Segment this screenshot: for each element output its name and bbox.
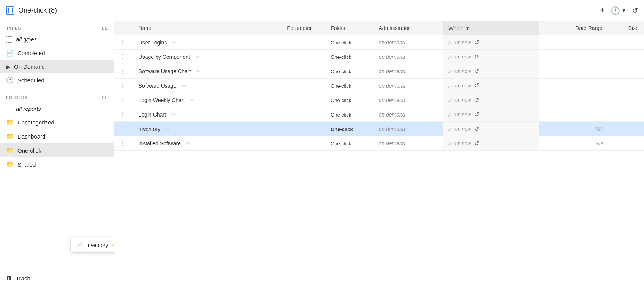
inventory-tooltip: 📄 Inventory ⚠	[70, 238, 114, 253]
run-now-button[interactable]: ▷ run now	[448, 83, 471, 88]
col-when-header[interactable]: When ▼	[443, 21, 539, 35]
edit-icon[interactable]: ✏	[186, 140, 191, 146]
drag-handle-cell[interactable]: ⋮	[114, 93, 133, 107]
drag-handle-icon[interactable]: ⋮	[119, 111, 125, 118]
when-cell: ▷ run now ↺	[443, 79, 539, 93]
sidebar-spacer	[0, 172, 114, 271]
administrator-cell: on demand	[373, 93, 443, 107]
parameter-cell	[282, 64, 325, 79]
refresh-row-icon[interactable]: ↺	[474, 82, 479, 89]
col-size-header[interactable]: Size	[609, 21, 644, 35]
edit-icon[interactable]: ✏	[195, 54, 200, 60]
run-now-label: run now	[453, 112, 471, 117]
refresh-button[interactable]: ↺	[632, 6, 638, 15]
sidebar-item-on-demand[interactable]: ▶ On Demand	[0, 60, 114, 73]
when-cell: ▷ run now ↺	[443, 50, 539, 64]
col-param-header[interactable]: Parameter	[282, 21, 325, 35]
date-range-cell	[539, 35, 609, 50]
run-now-button[interactable]: ▷ run now	[448, 112, 471, 117]
when-cell: ▷ run now ↺	[443, 107, 539, 122]
on-demand-label: On Demand	[14, 63, 45, 70]
clock-icon: 🕐	[611, 6, 620, 15]
sidebar-item-scheduled[interactable]: 🕐 Scheduled	[0, 73, 114, 87]
drag-handle-icon[interactable]: ⋮	[119, 82, 125, 89]
run-now-button[interactable]: ▷ run now	[448, 39, 471, 45]
name-cell: Software Usage ✏	[133, 79, 282, 93]
parameter-cell	[282, 50, 325, 64]
col-folder-header[interactable]: Folder	[325, 21, 373, 35]
date-range-cell	[539, 107, 609, 122]
table-row[interactable]: ⋮ Software Usage ✏ One-clickon demand ▷ …	[114, 79, 644, 93]
refresh-row-icon[interactable]: ↺	[474, 140, 479, 147]
folders-hide-button[interactable]: HIDE	[98, 95, 108, 100]
table-row[interactable]: ⋮ Login Chart ✏ One-clickon demand ▷ run…	[114, 107, 644, 122]
edit-icon[interactable]: ✏	[182, 83, 186, 89]
run-now-button[interactable]: ▷ run now	[448, 97, 471, 103]
edit-icon[interactable]: ✏	[172, 39, 177, 46]
administrator-cell: on demand	[373, 64, 443, 79]
run-now-button[interactable]: ▷ run now	[448, 140, 471, 146]
sidebar-item-dashboard[interactable]: 📁 Dashboard	[0, 129, 114, 143]
col-daterange-header[interactable]: Date Range	[539, 21, 609, 35]
run-now-button[interactable]: ▷ run now	[448, 68, 471, 74]
add-button[interactable]: +	[600, 6, 604, 15]
when-cell: ▷ run now ↺	[443, 122, 539, 136]
drag-handle-cell[interactable]: ⋮	[114, 50, 133, 64]
history-button[interactable]: 🕐 ▼	[611, 6, 626, 15]
edit-icon[interactable]: ✏	[166, 126, 170, 132]
drag-handle-cell[interactable]: ⋮	[114, 136, 133, 151]
size-cell	[609, 93, 644, 107]
refresh-row-icon[interactable]: ↺	[474, 96, 479, 104]
sidebar-item-all-types[interactable]: all types	[0, 33, 114, 46]
col-name-header[interactable]: Name	[133, 21, 282, 35]
sidebar-item-completed[interactable]: 📄 Completed	[0, 46, 114, 60]
refresh-row-icon[interactable]: ↺	[474, 53, 479, 60]
table-row[interactable]: ⋮ Login Weekly Chart ✏ One-clickon deman…	[114, 93, 644, 107]
drag-handle-cell[interactable]: ⋮	[114, 64, 133, 79]
table-row[interactable]: ⋮ Usage by Component ✏ One-clickon deman…	[114, 50, 644, 64]
sidebar-toggle-icon[interactable]	[6, 6, 14, 15]
play-run-icon: ▷	[448, 69, 452, 74]
header-actions: + 🕐 ▼ ↺	[600, 6, 638, 15]
refresh-row-icon[interactable]: ↺	[474, 39, 479, 46]
edit-icon[interactable]: ✏	[171, 112, 176, 118]
drag-handle-icon[interactable]: ⋮	[119, 54, 125, 60]
drag-handle-icon[interactable]: ⋮	[119, 97, 125, 103]
sidebar-item-shared[interactable]: 📁 Shared	[0, 157, 114, 172]
drag-handle-cell[interactable]: ⋮	[114, 107, 133, 122]
tooltip-label: Inventory	[86, 242, 108, 248]
run-now-button[interactable]: ▷ run now	[448, 126, 471, 132]
table-row[interactable]: ⋮ Inventory ✏ One-clickon demand ▷ run n…	[114, 122, 644, 136]
drag-handle-icon[interactable]: ⋮	[119, 126, 125, 132]
run-now-button[interactable]: ▷ run now	[448, 54, 471, 60]
drag-handle-cell[interactable]: ⋮	[114, 35, 133, 50]
types-hide-button[interactable]: HIDE	[98, 26, 108, 30]
sidebar-item-uncategorized[interactable]: 📁 Uncategorized	[0, 115, 114, 129]
play-run-icon: ▷	[448, 112, 452, 117]
drag-handle-cell[interactable]: ⋮	[114, 79, 133, 93]
table-row[interactable]: ⋮ Installed Software ✏ One-clickon deman…	[114, 136, 644, 151]
folder-badge: One-click	[331, 69, 351, 74]
sidebar-item-all-reports[interactable]: all reports	[0, 102, 114, 115]
table-row[interactable]: ⋮ User Logins ✏ One-clickon demand ▷ run…	[114, 35, 644, 50]
sidebar-item-one-click[interactable]: 📁 One-click	[0, 143, 114, 157]
table-row[interactable]: ⋮ Software Usage Chart ✏ One-clickon dem…	[114, 64, 644, 79]
drag-handle-icon[interactable]: ⋮	[119, 140, 125, 146]
refresh-row-icon[interactable]: ↺	[474, 125, 479, 132]
drag-handle-cell[interactable]: ⋮	[114, 122, 133, 136]
name-cell: Installed Software ✏	[133, 136, 282, 151]
edit-icon[interactable]: ✏	[190, 97, 195, 103]
dashed-square-icon	[6, 36, 12, 43]
drag-handle-icon[interactable]: ⋮	[119, 68, 125, 74]
drag-handle-icon[interactable]: ⋮	[119, 39, 125, 46]
sidebar-item-trash[interactable]: 🗑 Trash	[0, 271, 114, 285]
date-range-cell	[539, 50, 609, 64]
layout: TYPES HIDE all types 📄 Completed ▶ On De…	[0, 21, 644, 285]
refresh-row-icon[interactable]: ↺	[474, 111, 479, 118]
col-admin-header[interactable]: Administrator	[373, 21, 443, 35]
report-name: Login Chart	[139, 112, 166, 118]
edit-icon[interactable]: ✏	[196, 68, 201, 74]
trash-label: Trash	[16, 275, 30, 282]
refresh-row-icon[interactable]: ↺	[474, 68, 479, 75]
shared-label: Shared	[17, 161, 36, 168]
